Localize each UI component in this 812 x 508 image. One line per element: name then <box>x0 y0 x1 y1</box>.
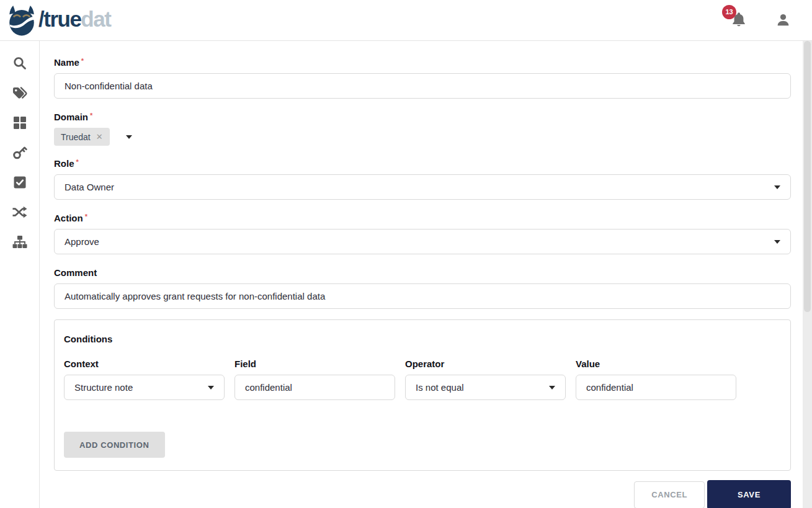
scrollbar-thumb[interactable] <box>804 41 811 312</box>
context-label: Context <box>64 359 225 369</box>
sidebar-item-search[interactable] <box>0 48 40 78</box>
role-selected-value: Data Owner <box>65 182 114 192</box>
comment-label: Comment <box>54 267 791 278</box>
tasks-check-icon <box>13 176 27 189</box>
app-header: /truedat 13 <box>0 0 812 41</box>
search-icon <box>12 56 27 71</box>
chevron-down-icon <box>208 386 214 390</box>
user-menu-button[interactable] <box>775 12 791 28</box>
logo-wordmark: /truedat <box>38 8 110 32</box>
required-asterisk: * <box>90 112 92 119</box>
action-label: Action* <box>54 213 791 223</box>
modules-grid-icon <box>13 116 27 130</box>
condition-context-group: Context Structure note <box>64 359 225 400</box>
sidebar-item-tags[interactable] <box>0 78 40 108</box>
tags-icon <box>12 86 27 100</box>
owl-logo-icon <box>7 5 36 36</box>
operator-select[interactable]: Is not equal <box>405 375 566 400</box>
sidebar-item-permissions[interactable] <box>0 138 40 167</box>
condition-value-group: Value <box>576 359 736 400</box>
sidebar-item-shuffle[interactable] <box>0 197 40 227</box>
rule-form: Name* Domain* Truedat ✕ Role* Data Owner… <box>40 41 803 508</box>
chevron-down-icon <box>774 185 780 189</box>
sidebar-nav <box>0 41 40 508</box>
name-input[interactable] <box>54 73 791 99</box>
sidebar-item-modules[interactable] <box>0 108 40 138</box>
value-input[interactable] <box>576 375 736 400</box>
role-label: Role* <box>54 158 791 169</box>
condition-operator-group: Operator Is not equal <box>405 359 566 400</box>
chevron-down-icon <box>774 240 780 244</box>
comment-field-group: Comment <box>54 267 791 309</box>
name-label: Name* <box>54 57 791 68</box>
sidebar-item-tasks[interactable] <box>0 167 40 197</box>
remove-chip-icon[interactable]: ✕ <box>96 132 103 141</box>
sidebar-item-hierarchy[interactable] <box>0 227 40 257</box>
required-asterisk: * <box>81 57 84 65</box>
domain-label: Domain* <box>54 112 791 122</box>
shuffle-icon <box>12 205 27 219</box>
field-input[interactable] <box>234 375 395 400</box>
conditions-title: Conditions <box>64 334 781 344</box>
condition-row: Context Structure note Field Operator Is… <box>64 359 781 400</box>
key-icon <box>12 145 27 160</box>
action-select[interactable]: Approve <box>54 229 791 254</box>
required-asterisk: * <box>76 158 79 166</box>
cancel-button[interactable]: CANCEL <box>634 481 705 508</box>
add-condition-button[interactable]: ADD CONDITION <box>64 432 165 458</box>
form-footer: CANCEL SAVE <box>54 480 791 508</box>
context-selected-value: Structure note <box>74 382 133 393</box>
notifications-button[interactable]: 13 <box>731 11 748 30</box>
scrollbar[interactable] <box>803 41 812 508</box>
domain-chip-label: Truedat <box>61 132 91 142</box>
conditions-panel: Conditions Context Structure note Field … <box>54 319 791 471</box>
chevron-down-icon <box>549 386 555 390</box>
comment-input[interactable] <box>54 283 791 309</box>
notification-count-badge: 13 <box>722 5 736 19</box>
field-label: Field <box>234 359 395 369</box>
condition-field-group: Field <box>234 359 395 400</box>
action-selected-value: Approve <box>65 236 99 247</box>
value-label: Value <box>576 359 736 369</box>
operator-selected-value: Is not equal <box>416 382 464 393</box>
context-select[interactable]: Structure note <box>64 375 225 400</box>
save-button[interactable]: SAVE <box>707 480 791 508</box>
operator-label: Operator <box>405 359 566 369</box>
name-field-group: Name* <box>54 57 791 99</box>
action-field-group: Action* Approve <box>54 213 791 254</box>
domain-chip: Truedat ✕ <box>54 128 110 146</box>
domain-dropdown-caret-icon[interactable] <box>126 135 132 139</box>
role-select[interactable]: Data Owner <box>54 174 791 200</box>
hierarchy-icon <box>12 235 27 249</box>
truedat-logo[interactable]: /truedat <box>7 5 110 36</box>
required-asterisk: * <box>85 213 87 220</box>
role-field-group: Role* Data Owner <box>54 158 791 200</box>
domain-field-group: Domain* Truedat ✕ <box>54 112 791 146</box>
